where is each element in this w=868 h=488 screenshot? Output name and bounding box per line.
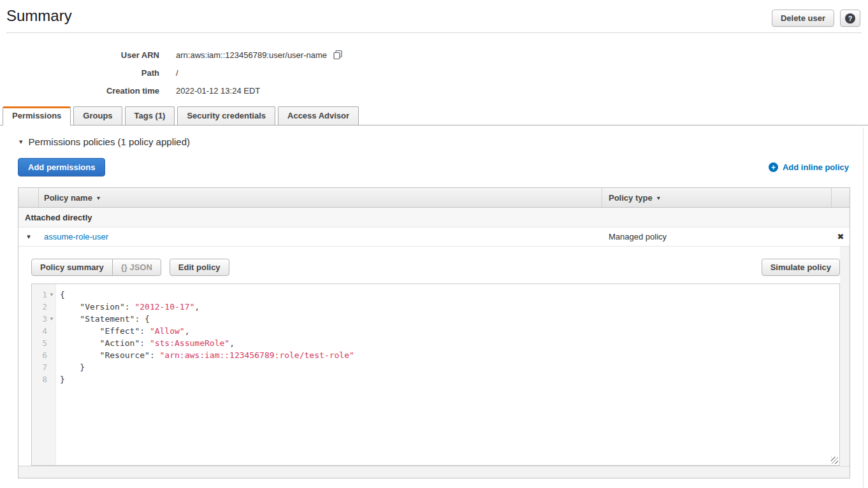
- tab-access-advisor[interactable]: Access Advisor: [278, 106, 359, 125]
- simulate-policy-button[interactable]: Simulate policy: [762, 259, 840, 276]
- line-number: 7: [32, 361, 47, 373]
- detach-policy-x-icon[interactable]: ✖: [837, 232, 844, 241]
- policy-detail-panel: Policy summary {} JSON Edit policy Simul…: [18, 247, 850, 478]
- user-arn-value: arn:aws:iam::123456789:user/user-name: [176, 50, 327, 60]
- path-value: /: [176, 68, 178, 78]
- sort-arrow-icon[interactable]: ▾: [657, 194, 660, 201]
- field-row-creation-time: Creation time 2022-01-12 13:24 EDT: [0, 82, 868, 99]
- policy-json-editor[interactable]: 1▾ { 2 "Version": "2012-10-17", 3▾ "Stat…: [31, 283, 840, 466]
- header-actions: Delete user ?: [772, 10, 860, 27]
- editor-resize-handle[interactable]: [831, 457, 838, 464]
- tab-security-credentials[interactable]: Security credentials: [177, 106, 275, 125]
- policy-view-segment-group: Policy summary {} JSON: [31, 259, 161, 276]
- policy-summary-button[interactable]: Policy summary: [31, 259, 113, 276]
- field-label: User ARN: [0, 50, 159, 60]
- detail-right-strip: [840, 247, 850, 465]
- code-line: 6 "Resource": "arn:aws:iam::123456789:ro…: [32, 349, 839, 361]
- content-panel-right-border: [863, 127, 864, 488]
- code-line: 5 "Action": "sts:AssumeRole",: [32, 337, 839, 349]
- help-button[interactable]: ?: [840, 10, 860, 27]
- tab-permissions[interactable]: Permissions: [3, 106, 71, 126]
- code-line: 7 }: [32, 361, 839, 373]
- policy-detail-toolbar: Policy summary {} JSON Edit policy Simul…: [18, 247, 850, 276]
- page-title: Summary: [6, 7, 72, 25]
- code-line: 4 "Effect": "Allow",: [32, 325, 839, 337]
- page-header: Summary Delete user ?: [0, 0, 868, 27]
- attached-directly-group-row: Attached directly: [18, 208, 850, 227]
- fold-caret-icon[interactable]: ▾: [47, 313, 56, 325]
- plus-circle-icon: +: [769, 162, 778, 172]
- header-divider: [6, 32, 862, 33]
- row-expand-caret-icon[interactable]: ▾: [27, 233, 31, 241]
- field-label: Path: [0, 68, 159, 78]
- line-number: 3: [32, 313, 47, 325]
- header-actions-column: [832, 188, 850, 207]
- fold-caret-icon[interactable]: ▾: [47, 289, 56, 301]
- line-number: 2: [32, 301, 47, 313]
- policy-row-assume-role-user: ▾ assume-role-user Managed policy ✖: [18, 227, 850, 247]
- permissions-actions-row: Add permissions + Add inline policy: [18, 158, 849, 176]
- code-line: 1▾ {: [32, 289, 839, 301]
- edit-policy-button[interactable]: Edit policy: [170, 259, 229, 276]
- copy-icon[interactable]: [333, 50, 343, 60]
- creation-time-value: 2022-01-12 13:24 EDT: [176, 86, 260, 96]
- permissions-policies-heading-text: Permissions policies (1 policy applied): [29, 136, 190, 147]
- line-number: 8: [32, 373, 47, 385]
- policy-table: Policy name ▾ Policy type ▾ Attached dir…: [18, 187, 850, 478]
- add-permissions-button[interactable]: Add permissions: [18, 158, 105, 176]
- editor-code-area: 1▾ { 2 "Version": "2012-10-17", 3▾ "Stat…: [32, 284, 839, 385]
- collapse-caret-icon: ▾: [19, 138, 23, 146]
- column-header-policy-type[interactable]: Policy type: [609, 193, 653, 203]
- policy-table-body: Attached directly ▾ assume-role-user Man…: [18, 208, 850, 478]
- sort-arrow-icon[interactable]: ▾: [97, 194, 100, 201]
- summary-fields: User ARN arn:aws:iam::123456789:user/use…: [0, 46, 868, 99]
- delete-user-button[interactable]: Delete user: [772, 10, 834, 27]
- line-number: 6: [32, 349, 47, 361]
- policy-type-cell: Managed policy: [602, 227, 832, 246]
- policy-table-header: Policy name ▾ Policy type ▾: [18, 188, 850, 208]
- code-line: 8 }: [32, 373, 839, 385]
- tab-groups[interactable]: Groups: [73, 106, 122, 125]
- tab-bar: Permissions Groups Tags (1) Security cre…: [0, 104, 868, 126]
- policy-detail-footer: [18, 466, 850, 478]
- permissions-policies-heading[interactable]: ▾ Permissions policies (1 policy applied…: [19, 136, 868, 147]
- policy-name-link[interactable]: assume-role-user: [44, 232, 108, 241]
- field-label: Creation time: [0, 86, 159, 96]
- line-number: 1: [32, 289, 47, 301]
- field-row-path: Path /: [0, 64, 868, 82]
- line-number: 5: [32, 337, 47, 349]
- help-icon: ?: [845, 13, 855, 24]
- column-header-policy-name[interactable]: Policy name: [44, 193, 92, 203]
- code-line: 2 "Version": "2012-10-17",: [32, 301, 839, 313]
- header-select-column: [18, 188, 39, 207]
- add-inline-policy-link[interactable]: + Add inline policy: [769, 162, 849, 172]
- tab-tags[interactable]: Tags (1): [125, 106, 175, 125]
- line-number: 4: [32, 325, 47, 337]
- field-row-user-arn: User ARN arn:aws:iam::123456789:user/use…: [0, 46, 868, 64]
- code-line: 3▾ "Statement": {: [32, 313, 839, 325]
- json-button[interactable]: {} JSON: [112, 259, 161, 276]
- add-inline-policy-label: Add inline policy: [783, 162, 849, 172]
